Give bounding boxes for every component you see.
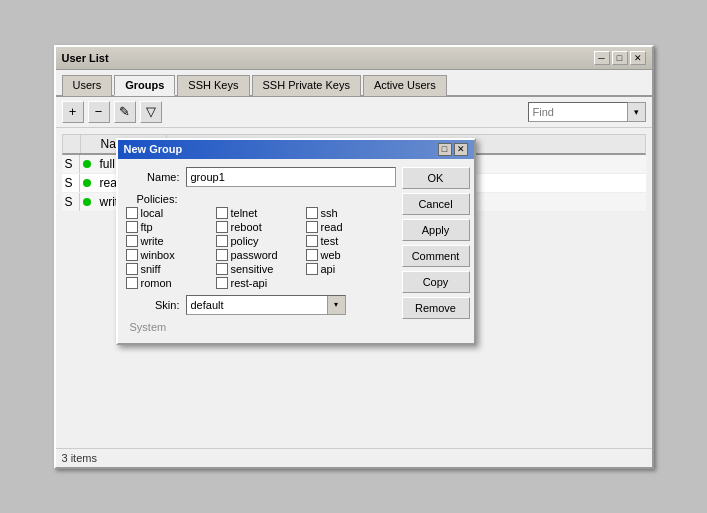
cancel-button[interactable]: Cancel xyxy=(402,193,470,215)
policies-section: Policies: local telnet xyxy=(126,193,396,289)
status-dot xyxy=(83,160,91,168)
status-dot xyxy=(83,198,91,206)
policy-rest-api-checkbox[interactable] xyxy=(216,277,228,289)
new-group-modal: New Group □ ✕ Name: Policies: xyxy=(116,138,476,345)
maximize-button[interactable]: □ xyxy=(612,51,628,65)
modal-form: Name: Policies: local telnet xyxy=(126,167,396,335)
modal-maximize-button[interactable]: □ xyxy=(438,143,452,156)
policy-password-checkbox[interactable] xyxy=(216,249,228,261)
policy-read-label: read xyxy=(321,221,343,233)
comment-button[interactable]: Comment xyxy=(402,245,470,267)
policy-api-checkbox[interactable] xyxy=(306,263,318,275)
name-input[interactable] xyxy=(186,167,396,187)
find-dropdown-button[interactable]: ▾ xyxy=(628,102,646,122)
window-controls: ─ □ ✕ xyxy=(594,51,646,65)
tab-bar: Users Groups SSH Keys SSH Private Keys A… xyxy=(56,70,652,97)
policy-write-label: write xyxy=(141,235,164,247)
policy-test-checkbox[interactable] xyxy=(306,235,318,247)
policy-web: web xyxy=(306,249,396,261)
toolbar: + − ✎ ▽ ▾ xyxy=(56,97,652,128)
row-s: S xyxy=(62,155,80,173)
tab-ssh-keys[interactable]: SSH Keys xyxy=(177,75,249,96)
policy-read-checkbox[interactable] xyxy=(306,221,318,233)
policy-rest-api-label: rest-api xyxy=(231,277,268,289)
policy-local-label: local xyxy=(141,207,164,219)
policy-policy-label: policy xyxy=(231,235,259,247)
policy-romon-label: romon xyxy=(141,277,172,289)
policy-test: test xyxy=(306,235,396,247)
add-button[interactable]: + xyxy=(62,101,84,123)
minimize-button[interactable]: ─ xyxy=(594,51,610,65)
policy-password: password xyxy=(216,249,306,261)
policy-web-checkbox[interactable] xyxy=(306,249,318,261)
policy-api: api xyxy=(306,263,396,275)
close-button[interactable]: ✕ xyxy=(630,51,646,65)
system-label: System xyxy=(126,319,396,335)
policy-policy: policy xyxy=(216,235,306,247)
policy-reboot: reboot xyxy=(216,221,306,233)
skin-label: Skin: xyxy=(126,299,186,311)
content-area: Name ▲ Policies S full local S read loca… xyxy=(56,128,652,448)
policy-reboot-label: reboot xyxy=(231,221,262,233)
row-icon xyxy=(80,155,96,173)
policy-winbox-checkbox[interactable] xyxy=(126,249,138,261)
policy-policy-checkbox[interactable] xyxy=(216,235,228,247)
policy-test-label: test xyxy=(321,235,339,247)
skin-select[interactable]: default ▾ xyxy=(186,295,346,315)
filter-button[interactable]: ▽ xyxy=(140,101,162,123)
policy-ssh-label: ssh xyxy=(321,207,338,219)
row-icon xyxy=(80,193,96,211)
policy-ssh-checkbox[interactable] xyxy=(306,207,318,219)
modal-buttons: OK Cancel Apply Comment Copy Remove xyxy=(402,167,472,335)
policy-telnet-checkbox[interactable] xyxy=(216,207,228,219)
skin-dropdown-button[interactable]: ▾ xyxy=(327,296,345,314)
ok-button[interactable]: OK xyxy=(402,167,470,189)
policy-sniff: sniff xyxy=(126,263,216,275)
policy-api-label: api xyxy=(321,263,336,275)
skin-value: default xyxy=(187,299,327,311)
policy-write: write xyxy=(126,235,216,247)
status-bar: 3 items xyxy=(56,448,652,467)
tab-ssh-private-keys[interactable]: SSH Private Keys xyxy=(252,75,361,96)
row-s: S xyxy=(62,193,80,211)
modal-controls: □ ✕ xyxy=(438,143,468,156)
modal-close-button[interactable]: ✕ xyxy=(454,143,468,156)
policy-winbox: winbox xyxy=(126,249,216,261)
policy-ftp-checkbox[interactable] xyxy=(126,221,138,233)
col-header-icon xyxy=(81,135,97,153)
policy-reboot-checkbox[interactable] xyxy=(216,221,228,233)
status-dot xyxy=(83,179,91,187)
policy-local-checkbox[interactable] xyxy=(126,207,138,219)
tab-users[interactable]: Users xyxy=(62,75,113,96)
remove-button[interactable]: − xyxy=(88,101,110,123)
policy-rest-api: rest-api xyxy=(216,277,306,289)
find-input[interactable] xyxy=(528,102,628,122)
policy-romon-checkbox[interactable] xyxy=(126,277,138,289)
apply-button[interactable]: Apply xyxy=(402,219,470,241)
edit-button[interactable]: ✎ xyxy=(114,101,136,123)
policy-web-label: web xyxy=(321,249,341,261)
remove-button[interactable]: Remove xyxy=(402,297,470,319)
skin-row: Skin: default ▾ xyxy=(126,295,396,315)
policy-local: local xyxy=(126,207,216,219)
policy-winbox-label: winbox xyxy=(141,249,175,261)
policy-sensitive-checkbox[interactable] xyxy=(216,263,228,275)
policy-ftp-label: ftp xyxy=(141,221,153,233)
tab-groups[interactable]: Groups xyxy=(114,75,175,96)
policy-sniff-checkbox[interactable] xyxy=(126,263,138,275)
tab-active-users[interactable]: Active Users xyxy=(363,75,447,96)
policy-telnet: telnet xyxy=(216,207,306,219)
policy-sniff-label: sniff xyxy=(141,263,161,275)
policy-password-label: password xyxy=(231,249,278,261)
policy-telnet-label: telnet xyxy=(231,207,258,219)
copy-button[interactable]: Copy xyxy=(402,271,470,293)
window-title: User List xyxy=(62,52,109,64)
policy-ftp: ftp xyxy=(126,221,216,233)
policies-grid: local telnet ssh xyxy=(126,207,396,289)
policy-write-checkbox[interactable] xyxy=(126,235,138,247)
policy-sensitive-label: sensitive xyxy=(231,263,274,275)
items-count: 3 items xyxy=(62,452,97,464)
policy-ssh: ssh xyxy=(306,207,396,219)
name-row: Name: xyxy=(126,167,396,187)
policy-romon: romon xyxy=(126,277,216,289)
